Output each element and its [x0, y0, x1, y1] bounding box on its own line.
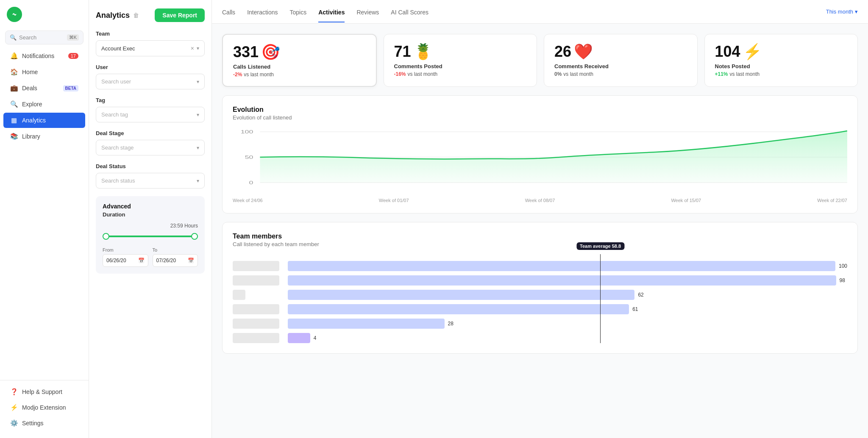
from-date-input[interactable]: 06/26/20 📅 [103, 254, 148, 267]
to-date-value: 07/26/20 [156, 258, 176, 263]
date-range-selector[interactable]: This month ▾ [826, 8, 858, 15]
stat-emoji: ❤️ [574, 43, 593, 61]
settings-icon: ⚙️ [10, 419, 18, 427]
team-members-title: Team members [233, 233, 847, 240]
sidebar-item-help[interactable]: ❓ Help & Support [3, 384, 85, 399]
deal-stage-filter-label: Deal Stage [96, 130, 205, 136]
x-label-4: Week of 15/07 [671, 198, 701, 203]
bar-2 [288, 275, 836, 286]
deal-status-filter-select[interactable]: Search status ▾ [96, 173, 205, 189]
sidebar-item-label: Home [22, 69, 38, 75]
calendar-icon-to: 📅 [188, 258, 194, 263]
member-label-3 [233, 290, 245, 300]
sidebar-item-notifications[interactable]: 🔔 Notifications 17 [3, 48, 85, 64]
team-filter-clear-icon[interactable]: × [191, 45, 194, 52]
bar-value-5: 28 [448, 321, 453, 327]
team-members-subtitle: Call listened by each team member [233, 241, 847, 247]
deal-status-filter-arrow-icon: ▾ [197, 178, 199, 184]
stat-card-comments-received: 26 ❤️ Comments Received 0% vs last month [544, 34, 698, 87]
from-date-group: From 06/26/20 📅 [103, 247, 148, 267]
tag-filter-select[interactable]: Search tag ▾ [96, 107, 205, 122]
calendar-icon-from: 📅 [138, 258, 145, 263]
bar-5 [288, 319, 445, 329]
tab-interactions[interactable]: Interactions [247, 1, 278, 22]
stat-change-suffix: vs last month [244, 72, 274, 78]
team-filter-select[interactable]: Account Exec × ▾ [96, 40, 205, 56]
notifications-badge: 17 [68, 53, 78, 59]
tab-topics[interactable]: Topics [290, 1, 307, 22]
bar-chart: Team average 58.8 100 98 [233, 254, 847, 343]
tab-reviews[interactable]: Reviews [356, 1, 379, 22]
duration-subtitle: Duration [103, 211, 198, 218]
sidebar-item-deals[interactable]: 💼 Deals BETA [3, 80, 85, 96]
stat-number: 71 🍍 [394, 43, 527, 61]
to-date-input[interactable]: 07/26/20 📅 [153, 254, 198, 267]
x-label-5: Week of 22/07 [817, 198, 847, 203]
bar-label-col [233, 290, 284, 300]
delete-icon[interactable]: 🗑 [133, 12, 139, 19]
tab-calls[interactable]: Calls [222, 1, 235, 22]
user-filter-placeholder: Search user [101, 78, 131, 85]
tab-ai-call-scores[interactable]: AI Call Scores [391, 1, 428, 22]
search-bar[interactable]: 🔍 Search ⌘K [5, 30, 83, 44]
bar-label-col [233, 261, 284, 271]
evolution-chart-section: Evolution Evolution of call listened 100… [222, 95, 858, 213]
stat-label: Calls Listened [233, 64, 366, 70]
team-avg-label: Team average 58.8 [576, 242, 624, 250]
stat-change-value: 0% [554, 71, 562, 77]
bar-container: 28 [288, 319, 847, 329]
duration-slider[interactable] [103, 232, 198, 241]
explore-icon: 🔍 [10, 100, 18, 108]
bar-label-col [233, 319, 284, 329]
save-report-button[interactable]: Save Report [155, 8, 205, 22]
user-filter-label: User [96, 64, 205, 70]
team-avg-line: Team average 58.8 [600, 254, 601, 343]
sidebar-item-extension[interactable]: ⚡ Modjo Extension [3, 400, 85, 415]
to-date-group: To 07/26/20 📅 [153, 247, 198, 267]
deal-stage-filter-select[interactable]: Search stage ▾ [96, 140, 205, 155]
stat-emoji: 🍍 [414, 43, 433, 61]
chart-x-labels: Week of 24/06 Week of 01/07 Week of 08/0… [233, 198, 847, 203]
member-label-4 [233, 304, 279, 314]
sidebar-item-home[interactable]: 🏠 Home [3, 64, 85, 80]
stat-change: -2% vs last month [233, 72, 366, 78]
sidebar-item-analytics[interactable]: ▦ Analytics [3, 113, 85, 128]
evolution-chart-subtitle: Evolution of call listened [233, 114, 847, 121]
date-row: From 06/26/20 📅 To 07/26/20 📅 [103, 247, 198, 267]
extension-icon: ⚡ [10, 404, 18, 411]
date-range-label: This month [826, 8, 853, 15]
bar-container: 100 [288, 261, 847, 271]
sidebar-item-explore[interactable]: 🔍 Explore [3, 97, 85, 112]
user-filter-select[interactable]: Search user ▾ [96, 74, 205, 89]
stat-number: 331 🎯 [233, 43, 366, 61]
line-chart: 100 50 0 [233, 128, 847, 195]
deal-stage-filter-placeholder: Search stage [101, 144, 134, 151]
home-icon: 🏠 [10, 68, 18, 76]
team-filter-value: Account Exec [101, 45, 135, 52]
sidebar-item-settings[interactable]: ⚙️ Settings [3, 416, 85, 431]
sidebar-item-library[interactable]: 📚 Library [3, 129, 85, 144]
deal-stage-filter-section: Deal Stage Search stage ▾ [96, 130, 205, 155]
stat-label: Notes Posted [715, 63, 848, 69]
stat-label: Comments Received [554, 63, 687, 69]
team-members-section: Team members Call listened by each team … [222, 222, 858, 354]
member-label-1 [233, 261, 279, 271]
stat-change-value: +11% [715, 71, 728, 77]
bar-container: 4 [288, 333, 847, 343]
content-area: 331 🎯 Calls Listened -2% vs last month 7… [212, 24, 868, 438]
filters-header: Analytics 🗑 Save Report [96, 8, 205, 22]
bar-label-col [233, 304, 284, 314]
deal-status-filter-placeholder: Search status [101, 177, 135, 184]
x-label-1: Week of 24/06 [233, 198, 263, 203]
range-thumb-left[interactable] [103, 233, 109, 240]
filters-title: Analytics [96, 11, 130, 20]
stat-change-suffix: vs last month [563, 71, 593, 77]
range-thumb-right[interactable] [191, 233, 198, 240]
member-label-2 [233, 275, 279, 286]
bar-container: 62 [288, 290, 847, 300]
sidebar-item-label: Analytics [22, 117, 46, 124]
sidebar-item-label: Deals [22, 85, 37, 91]
tag-filter-section: Tag Search tag ▾ [96, 97, 205, 122]
bar-label-col [233, 275, 284, 286]
tab-activities[interactable]: Activities [318, 1, 345, 22]
